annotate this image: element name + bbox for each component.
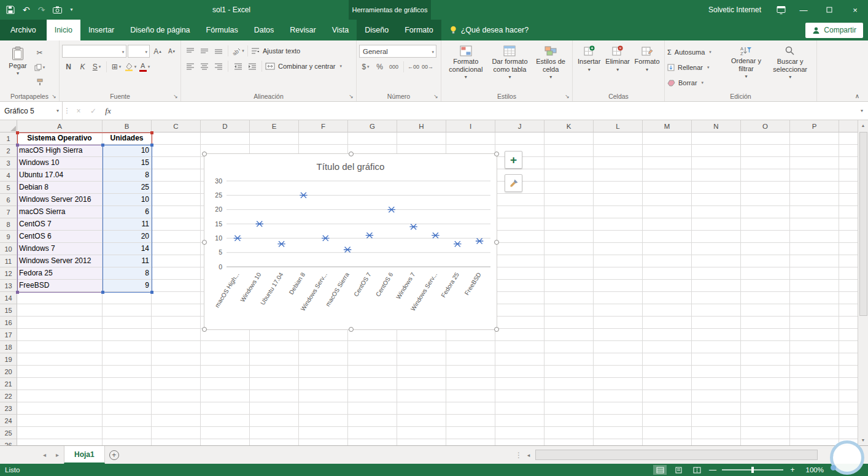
cell-F22[interactable] bbox=[299, 390, 348, 402]
cell-N26[interactable] bbox=[692, 439, 741, 445]
column-header-O[interactable]: O bbox=[741, 120, 790, 132]
cell-D17[interactable] bbox=[201, 329, 250, 341]
cell-O1[interactable] bbox=[741, 132, 790, 145]
row-header-15[interactable]: 15 bbox=[0, 304, 17, 317]
cell-B19[interactable] bbox=[103, 353, 152, 366]
account-name[interactable]: Solvetic Internet bbox=[708, 6, 761, 14]
cell-H20[interactable] bbox=[397, 366, 446, 378]
cell-F1[interactable] bbox=[299, 132, 348, 145]
cell-D1[interactable] bbox=[201, 132, 250, 145]
cell-M23[interactable] bbox=[643, 402, 692, 415]
cell-A19[interactable] bbox=[17, 353, 103, 366]
column-header-J[interactable]: J bbox=[495, 120, 544, 132]
cell-E18[interactable] bbox=[250, 341, 299, 353]
cell-A7[interactable]: macOS Sierra bbox=[17, 206, 103, 218]
cell-I19[interactable] bbox=[446, 353, 495, 366]
cell-N18[interactable] bbox=[692, 341, 741, 353]
cell-K20[interactable] bbox=[544, 366, 594, 378]
cell-O5[interactable] bbox=[741, 182, 790, 194]
cell-D22[interactable] bbox=[201, 390, 250, 402]
cell-L15[interactable] bbox=[594, 304, 643, 317]
cell-L26[interactable] bbox=[594, 439, 643, 445]
cell-O8[interactable] bbox=[741, 218, 790, 231]
cell-P5[interactable] bbox=[790, 182, 839, 194]
column-header-B[interactable]: B bbox=[103, 120, 152, 132]
italic-button[interactable]: K bbox=[76, 61, 89, 73]
row-header-25[interactable]: 25 bbox=[0, 427, 17, 439]
cell-F26[interactable] bbox=[299, 439, 348, 445]
cell-P14[interactable] bbox=[790, 292, 839, 304]
cell-C24[interactable] bbox=[152, 415, 201, 427]
fill-color-button[interactable] bbox=[124, 61, 137, 73]
cell-N14[interactable] bbox=[692, 292, 741, 304]
tab-formato-grafico[interactable]: Formato bbox=[397, 20, 441, 40]
cell-A21[interactable] bbox=[17, 378, 103, 390]
cell-O19[interactable] bbox=[741, 353, 790, 366]
cell-M19[interactable] bbox=[643, 353, 692, 366]
cell-B16[interactable] bbox=[103, 317, 152, 329]
font-dialog-launcher-icon[interactable] bbox=[172, 93, 179, 100]
align-right-button[interactable] bbox=[212, 60, 225, 72]
row-header-23[interactable]: 23 bbox=[0, 402, 17, 415]
cell-K17[interactable] bbox=[544, 329, 594, 341]
cell-K15[interactable] bbox=[544, 304, 594, 317]
cell-N9[interactable] bbox=[692, 231, 741, 243]
cell-N11[interactable] bbox=[692, 255, 741, 267]
cell-C18[interactable] bbox=[152, 341, 201, 353]
cell-F18[interactable] bbox=[299, 341, 348, 353]
cell-I18[interactable] bbox=[446, 341, 495, 353]
row-header-18[interactable]: 18 bbox=[0, 341, 17, 353]
cell-D19[interactable] bbox=[201, 353, 250, 366]
row-header-8[interactable]: 8 bbox=[0, 218, 17, 231]
cell-N22[interactable] bbox=[692, 390, 741, 402]
cell-C8[interactable] bbox=[152, 218, 201, 231]
cell-B23[interactable] bbox=[103, 402, 152, 415]
sheet-nav-right-icon[interactable]: ▸ bbox=[51, 446, 64, 464]
cell-K4[interactable] bbox=[544, 169, 594, 182]
chart-handle[interactable] bbox=[494, 240, 499, 245]
cell-J18[interactable] bbox=[495, 341, 544, 353]
cell-O15[interactable] bbox=[741, 304, 790, 317]
close-button[interactable]: × bbox=[842, 0, 868, 20]
cell-J7[interactable] bbox=[495, 206, 544, 218]
page-break-view-button[interactable] bbox=[690, 465, 703, 475]
cell-D21[interactable] bbox=[201, 378, 250, 390]
cell-O2[interactable] bbox=[741, 145, 790, 157]
cell-A25[interactable] bbox=[17, 427, 103, 439]
cell-P24[interactable] bbox=[790, 415, 839, 427]
chart-handle[interactable] bbox=[349, 327, 354, 332]
cell-L11[interactable] bbox=[594, 255, 643, 267]
cell-L6[interactable] bbox=[594, 194, 643, 206]
column-header-I[interactable]: I bbox=[446, 120, 495, 132]
cell-G20[interactable] bbox=[348, 366, 397, 378]
cell-O21[interactable] bbox=[741, 378, 790, 390]
cell-B22[interactable] bbox=[103, 390, 152, 402]
formula-input[interactable] bbox=[115, 102, 856, 120]
insert-function-button[interactable]: fx bbox=[101, 102, 115, 120]
cell-B14[interactable] bbox=[103, 292, 152, 304]
cell-P15[interactable] bbox=[790, 304, 839, 317]
tab-inicio[interactable]: Inicio bbox=[47, 20, 80, 40]
cell-I22[interactable] bbox=[446, 390, 495, 402]
vertical-scroll-thumb[interactable] bbox=[859, 132, 867, 316]
cell-L20[interactable] bbox=[594, 366, 643, 378]
row-header-4[interactable]: 4 bbox=[0, 169, 17, 182]
cell-O26[interactable] bbox=[741, 439, 790, 445]
cell-J6[interactable] bbox=[495, 194, 544, 206]
row-header-20[interactable]: 20 bbox=[0, 366, 17, 378]
cell-J20[interactable] bbox=[495, 366, 544, 378]
cell-J16[interactable] bbox=[495, 317, 544, 329]
cell-A18[interactable] bbox=[17, 341, 103, 353]
cell-B3[interactable]: 15 bbox=[103, 157, 152, 169]
cell-L23[interactable] bbox=[594, 402, 643, 415]
cell-P1[interactable] bbox=[790, 132, 839, 145]
row-header-10[interactable]: 10 bbox=[0, 243, 17, 255]
cell-A23[interactable] bbox=[17, 402, 103, 415]
cell-P22[interactable] bbox=[790, 390, 839, 402]
ribbon-display-options-icon[interactable] bbox=[771, 0, 791, 20]
tab-formulas[interactable]: Fórmulas bbox=[198, 20, 246, 40]
cell-C21[interactable] bbox=[152, 378, 201, 390]
cell-M20[interactable] bbox=[643, 366, 692, 378]
cell-L4[interactable] bbox=[594, 169, 643, 182]
cell-A24[interactable] bbox=[17, 415, 103, 427]
